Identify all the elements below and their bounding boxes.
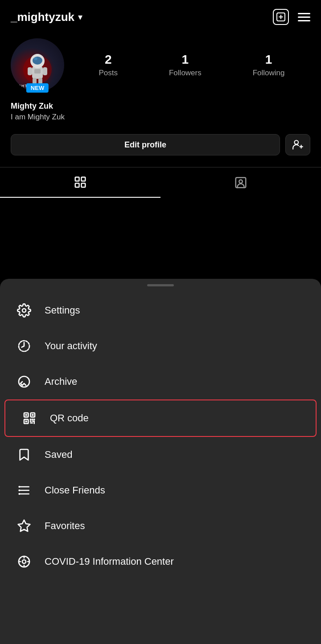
svg-rect-8 <box>28 67 32 75</box>
svg-rect-12 <box>34 69 41 73</box>
drag-handle[interactable] <box>147 284 174 286</box>
svg-point-21 <box>239 180 243 183</box>
following-label: Following <box>253 69 285 77</box>
posts-stat[interactable]: 2 Posts <box>99 53 118 77</box>
covid-label: COVID-19 Information Center <box>45 556 174 567</box>
favorites-label: Favorites <box>45 520 85 532</box>
activity-icon <box>16 338 32 354</box>
action-buttons: Edit profile <box>0 127 321 163</box>
followers-count: 1 <box>182 53 189 67</box>
bottom-sheet: Settings Your activity Archive <box>0 279 321 644</box>
menu-list: Settings Your activity Archive <box>0 288 321 588</box>
new-post-icon[interactable] <box>273 9 289 25</box>
following-count: 1 <box>265 53 272 67</box>
svg-rect-28 <box>32 414 33 416</box>
menu-item-your-activity[interactable]: Your activity <box>0 328 321 364</box>
svg-rect-9 <box>43 67 47 75</box>
add-friend-button[interactable] <box>285 134 310 155</box>
followers-stat[interactable]: 1 Followers <box>169 53 202 77</box>
chevron-down-icon[interactable]: ▾ <box>78 12 82 22</box>
svg-point-41 <box>18 486 20 488</box>
svg-point-13 <box>294 140 298 144</box>
your-activity-label: Your activity <box>45 340 97 352</box>
display-name: Mighty Zuk <box>11 102 310 111</box>
avatar-container: MIGHTY ZUK NEW <box>11 38 64 92</box>
svg-point-46 <box>22 560 26 563</box>
qr-code-icon <box>21 410 37 426</box>
menu-item-close-friends[interactable]: Close Friends <box>0 473 321 508</box>
menu-item-settings[interactable]: Settings <box>0 293 321 328</box>
svg-rect-18 <box>75 183 79 187</box>
settings-icon <box>16 302 32 318</box>
tab-tagged[interactable] <box>160 167 321 198</box>
stats-container: 2 Posts 1 Followers 1 Following <box>73 53 310 77</box>
svg-point-42 <box>18 489 20 491</box>
star-icon <box>16 518 32 534</box>
svg-rect-26 <box>25 414 27 416</box>
followers-label: Followers <box>169 69 202 77</box>
menu-item-archive[interactable]: Archive <box>0 364 321 399</box>
svg-marker-44 <box>18 520 30 531</box>
bio-section: Mighty Zuk I am Mighty Zuk <box>0 96 321 127</box>
header-right <box>273 9 310 25</box>
hamburger-menu-icon[interactable] <box>298 13 310 21</box>
svg-point-6 <box>33 57 42 65</box>
menu-item-qr-code[interactable]: QR code <box>4 399 317 437</box>
edit-profile-button[interactable]: Edit profile <box>11 134 280 155</box>
close-friends-label: Close Friends <box>45 485 105 496</box>
posts-count: 2 <box>105 53 112 67</box>
posts-label: Posts <box>99 69 118 77</box>
svg-rect-17 <box>82 177 86 181</box>
saved-label: Saved <box>45 449 72 461</box>
svg-rect-16 <box>75 177 79 181</box>
bookmark-icon <box>16 447 32 463</box>
svg-point-7 <box>34 57 37 60</box>
close-friends-icon <box>16 482 32 498</box>
svg-rect-19 <box>82 183 86 187</box>
new-badge: NEW <box>26 83 49 93</box>
tab-grid[interactable] <box>0 167 160 198</box>
svg-point-22 <box>22 309 26 312</box>
settings-label: Settings <box>45 305 80 316</box>
archive-icon <box>16 374 32 390</box>
qr-code-label: QR code <box>50 412 89 424</box>
header-left: _mightyzuk ▾ <box>11 10 82 24</box>
svg-rect-30 <box>25 420 27 422</box>
profile-info-row: MIGHTY ZUK NEW 2 Posts 1 Followers 1 Fol… <box>0 29 321 96</box>
menu-item-saved[interactable]: Saved <box>0 437 321 473</box>
tab-bar <box>0 167 321 198</box>
menu-item-favorites[interactable]: Favorites <box>0 508 321 544</box>
svg-point-24 <box>19 376 29 387</box>
menu-item-covid[interactable]: COVID-19 Information Center <box>0 544 321 579</box>
svg-point-43 <box>18 493 20 495</box>
bio-text: I am Mighty Zuk <box>11 113 310 122</box>
username[interactable]: _mightyzuk <box>11 10 74 24</box>
header: _mightyzuk ▾ <box>0 0 321 29</box>
covid-icon <box>16 554 32 570</box>
following-stat[interactable]: 1 Following <box>253 53 285 77</box>
profile-section: _mightyzuk ▾ <box>0 0 321 281</box>
archive-label: Archive <box>45 376 77 387</box>
